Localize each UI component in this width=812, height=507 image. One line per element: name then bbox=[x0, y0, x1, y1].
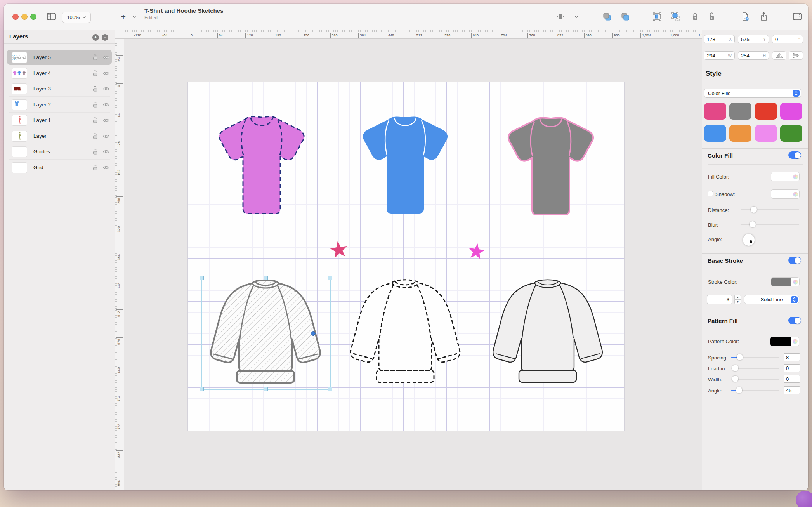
visibility-eye-icon[interactable] bbox=[103, 165, 109, 170]
spacing-value-field[interactable]: 8 bbox=[784, 353, 800, 361]
magenta-star[interactable] bbox=[468, 243, 485, 260]
stroke-color-well[interactable] bbox=[771, 277, 800, 286]
sweater-solid-outline[interactable] bbox=[484, 274, 612, 392]
add-page-button[interactable]: + bbox=[118, 11, 129, 23]
visibility-eye-icon[interactable] bbox=[103, 102, 109, 107]
tshirt-gray-pink-outline[interactable] bbox=[496, 113, 605, 220]
insert-shape-tool-button[interactable] bbox=[554, 11, 567, 23]
layer-row-layer5[interactable]: Layer 5 bbox=[7, 50, 112, 65]
pink-star[interactable] bbox=[330, 241, 348, 259]
selection-handle-top-center[interactable] bbox=[264, 276, 268, 280]
unlock-icon[interactable] bbox=[93, 149, 98, 155]
layer-row-layer3[interactable]: Layer 3 bbox=[7, 81, 112, 96]
insert-shape-chevron[interactable] bbox=[573, 14, 580, 19]
pattern-color-well[interactable] bbox=[770, 337, 799, 346]
selection-handle-bottom-center[interactable] bbox=[264, 387, 268, 391]
selection-handle-top-left[interactable] bbox=[200, 276, 204, 280]
visibility-eye-icon[interactable] bbox=[103, 149, 109, 154]
distance-slider[interactable] bbox=[741, 209, 799, 210]
remove-layer-button[interactable]: − bbox=[102, 34, 108, 41]
lead-in-value-field[interactable]: 0 bbox=[784, 364, 800, 372]
visibility-eye-icon[interactable] bbox=[103, 71, 109, 76]
swatch-orange[interactable] bbox=[729, 125, 751, 142]
layer-row-layer2[interactable]: Layer 2 bbox=[7, 97, 112, 112]
spacing-slider-thumb[interactable] bbox=[737, 354, 743, 360]
export-settings-button[interactable] bbox=[739, 11, 751, 23]
unlock-icon[interactable] bbox=[93, 70, 98, 76]
shadow-color-well[interactable] bbox=[771, 189, 800, 199]
rotation-field[interactable]: 0 ° bbox=[772, 35, 803, 43]
add-layer-button[interactable]: + bbox=[92, 34, 99, 41]
stroke-width-stepper[interactable]: ▲▼ bbox=[734, 295, 741, 304]
ungroup-button[interactable] bbox=[670, 11, 682, 23]
bring-forward-button[interactable] bbox=[619, 11, 632, 23]
close-button[interactable] bbox=[12, 14, 19, 20]
width-slider[interactable] bbox=[731, 379, 779, 380]
pattern-fill-toggle[interactable] bbox=[788, 317, 801, 324]
unlock-button[interactable] bbox=[706, 11, 718, 23]
flip-horizontal-button[interactable] bbox=[772, 51, 786, 60]
swatch-green[interactable] bbox=[780, 125, 802, 142]
unlock-icon[interactable] bbox=[93, 102, 98, 108]
blur-slider-thumb[interactable] bbox=[750, 221, 756, 227]
shadow-angle-dial[interactable] bbox=[743, 234, 755, 246]
selection-handle-bottom-left[interactable] bbox=[200, 387, 204, 391]
selection-handle-top-right[interactable] bbox=[328, 276, 332, 280]
y-position-field[interactable]: 575 Y bbox=[738, 35, 769, 43]
add-page-chevron[interactable] bbox=[131, 14, 137, 19]
visibility-eye-icon[interactable] bbox=[103, 87, 109, 91]
pattern-angle-value-field[interactable]: 45 bbox=[784, 386, 800, 394]
layer-row-guides[interactable]: Guides bbox=[7, 144, 112, 159]
canvas-area[interactable] bbox=[124, 39, 702, 490]
unlock-icon[interactable] bbox=[93, 117, 98, 123]
share-button[interactable] bbox=[758, 11, 770, 23]
width-field[interactable]: 294 W bbox=[704, 51, 735, 60]
flip-vertical-button[interactable] bbox=[789, 51, 803, 60]
layer-row-layer1[interactable]: Layer 1 bbox=[7, 113, 112, 128]
swatch-gray[interactable] bbox=[729, 103, 751, 120]
inspector-toggle-button[interactable] bbox=[791, 11, 803, 23]
unlock-icon[interactable] bbox=[93, 165, 98, 170]
swatch-light-pink[interactable] bbox=[755, 125, 777, 142]
x-position-field[interactable]: 178 X bbox=[704, 35, 735, 43]
zoom-level-dropdown[interactable]: 100% bbox=[62, 12, 91, 23]
minimize-button[interactable] bbox=[21, 14, 28, 20]
stroke-width-field[interactable]: 3 bbox=[707, 295, 732, 304]
layer-row-layer[interactable]: Layer bbox=[7, 128, 112, 144]
swatch-blue[interactable] bbox=[704, 125, 726, 142]
swatch-magenta[interactable] bbox=[780, 103, 802, 120]
color-fill-toggle[interactable] bbox=[788, 151, 801, 159]
pattern-angle-slider-thumb[interactable] bbox=[736, 387, 742, 393]
unlock-icon[interactable] bbox=[93, 54, 98, 60]
visibility-eye-icon[interactable] bbox=[103, 118, 109, 123]
swatch-pink[interactable] bbox=[704, 103, 726, 120]
send-backward-button[interactable] bbox=[601, 11, 613, 23]
lock-button[interactable] bbox=[689, 11, 701, 23]
group-button[interactable] bbox=[651, 11, 663, 23]
sweater-dashed-outline[interactable] bbox=[341, 274, 469, 392]
dropdown-arrows-icon[interactable] bbox=[791, 296, 798, 303]
tshirt-magenta-dashed[interactable] bbox=[207, 113, 316, 218]
fill-mode-dropdown[interactable]: Color Fills bbox=[704, 89, 801, 98]
visibility-eye-icon[interactable] bbox=[103, 134, 109, 139]
visibility-eye-icon[interactable] bbox=[103, 55, 109, 60]
line-style-dropdown[interactable]: Solid Line bbox=[744, 295, 799, 304]
swatch-red[interactable] bbox=[755, 103, 777, 120]
zoom-window-button[interactable] bbox=[30, 14, 36, 20]
width-slider-thumb[interactable] bbox=[732, 376, 738, 382]
basic-stroke-toggle[interactable] bbox=[788, 257, 801, 264]
shadow-checkbox[interactable] bbox=[708, 191, 713, 196]
height-field[interactable]: 254 H bbox=[738, 51, 769, 60]
layer-row-layer4[interactable]: Layer 4 bbox=[7, 66, 112, 81]
lead-in-slider[interactable] bbox=[731, 368, 779, 369]
lead-in-slider-thumb[interactable] bbox=[732, 365, 738, 371]
width-value-field[interactable]: 0 bbox=[784, 375, 800, 383]
distance-slider-thumb[interactable] bbox=[751, 207, 757, 213]
selection-handle-bottom-right[interactable] bbox=[328, 387, 332, 391]
fill-color-well[interactable] bbox=[771, 172, 800, 181]
left-sidebar-toggle-button[interactable] bbox=[45, 11, 57, 23]
tshirt-blue[interactable] bbox=[351, 113, 460, 218]
unlock-icon[interactable] bbox=[93, 133, 98, 139]
dropdown-arrows-icon[interactable] bbox=[793, 90, 800, 97]
unlock-icon[interactable] bbox=[93, 86, 98, 92]
